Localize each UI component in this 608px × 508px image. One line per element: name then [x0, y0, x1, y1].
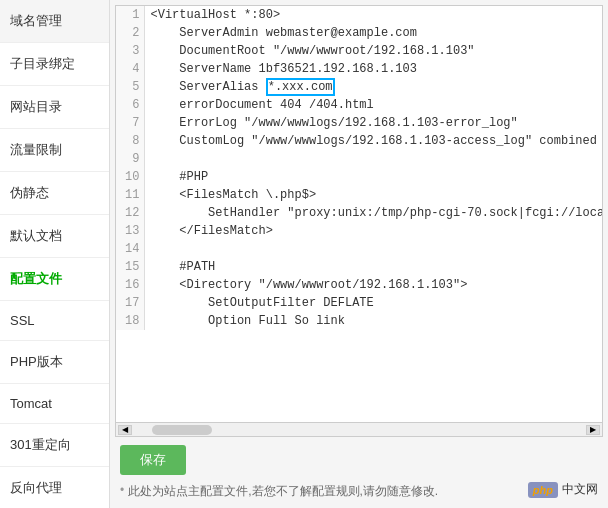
line-number: 12	[116, 204, 144, 222]
save-button[interactable]: 保存	[120, 445, 186, 475]
sidebar-item-subdir[interactable]: 子目录绑定	[0, 43, 109, 86]
table-row: 8 CustomLog "/www/wwwlogs/192.168.1.103-…	[116, 132, 602, 150]
main-content: 1<VirtualHost *:80>2 ServerAdmin webmast…	[110, 0, 608, 508]
table-row: 11 <FilesMatch \.php$>	[116, 186, 602, 204]
line-code: SetOutputFilter DEFLATE	[144, 294, 602, 312]
line-number: 1	[116, 6, 144, 24]
line-code: ErrorLog "/www/wwwlogs/192.168.1.103-err…	[144, 114, 602, 132]
sidebar-item-php-version[interactable]: PHP版本	[0, 341, 109, 384]
line-code	[144, 150, 602, 168]
line-code: ServerName 1bf36521.192.168.1.103	[144, 60, 602, 78]
sidebar-item-config[interactable]: 配置文件	[0, 258, 109, 301]
table-row: 1<VirtualHost *:80>	[116, 6, 602, 24]
line-code: DocumentRoot "/www/wwwroot/192.168.1.103…	[144, 42, 602, 60]
table-row: 14	[116, 240, 602, 258]
note-bullet: •	[120, 483, 124, 497]
line-number: 15	[116, 258, 144, 276]
sidebar: 域名管理 子目录绑定 网站目录 流量限制 伪静态 默认文档 配置文件 SSL P…	[0, 0, 110, 508]
table-row: 16 <Directory "/www/wwwroot/192.168.1.10…	[116, 276, 602, 294]
sidebar-item-ssl[interactable]: SSL	[0, 301, 109, 341]
line-code: <FilesMatch \.php$>	[144, 186, 602, 204]
line-code	[144, 240, 602, 258]
line-code: ServerAdmin webmaster@example.com	[144, 24, 602, 42]
line-number: 4	[116, 60, 144, 78]
table-row: 17 SetOutputFilter DEFLATE	[116, 294, 602, 312]
note: • 此处为站点主配置文件,若您不了解配置规则,请勿随意修改.	[120, 483, 598, 500]
line-code: <Directory "/www/wwwroot/192.168.1.103">	[144, 276, 602, 294]
hscroll-thumb[interactable]	[152, 425, 212, 435]
table-row: 2 ServerAdmin webmaster@example.com	[116, 24, 602, 42]
line-code: Option Full So link	[144, 312, 602, 330]
code-editor: 1<VirtualHost *:80>2 ServerAdmin webmast…	[115, 5, 603, 437]
hscroll-right[interactable]: ▶	[586, 425, 600, 435]
table-row: 13 </FilesMatch>	[116, 222, 602, 240]
line-number: 8	[116, 132, 144, 150]
line-number: 18	[116, 312, 144, 330]
sidebar-item-traffic[interactable]: 流量限制	[0, 129, 109, 172]
table-row: 18 Option Full So link	[116, 312, 602, 330]
table-row: 7 ErrorLog "/www/wwwlogs/192.168.1.103-e…	[116, 114, 602, 132]
table-row: 10 #PHP	[116, 168, 602, 186]
line-code: CustomLog "/www/wwwlogs/192.168.1.103-ac…	[144, 132, 602, 150]
line-code: </FilesMatch>	[144, 222, 602, 240]
sidebar-item-301[interactable]: 301重定向	[0, 424, 109, 467]
line-number: 6	[116, 96, 144, 114]
line-number: 2	[116, 24, 144, 42]
table-row: 6 errorDocument 404 /404.html	[116, 96, 602, 114]
highlighted-value: *.xxx.com	[266, 78, 335, 96]
table-row: 3 DocumentRoot "/www/wwwroot/192.168.1.1…	[116, 42, 602, 60]
line-number: 3	[116, 42, 144, 60]
table-row: 5 ServerAlias *.xxx.com	[116, 78, 602, 96]
line-code: errorDocument 404 /404.html	[144, 96, 602, 114]
sidebar-item-webdir[interactable]: 网站目录	[0, 86, 109, 129]
table-row: 4 ServerName 1bf36521.192.168.1.103	[116, 60, 602, 78]
php-badge: php	[528, 482, 558, 498]
note-text: 此处为站点主配置文件,若您不了解配置规则,请勿随意修改.	[128, 483, 438, 500]
hscroll-left[interactable]: ◀	[118, 425, 132, 435]
sidebar-item-domain[interactable]: 域名管理	[0, 0, 109, 43]
code-table: 1<VirtualHost *:80>2 ServerAdmin webmast…	[116, 6, 602, 330]
horizontal-scrollbar[interactable]: ◀ ▶	[116, 422, 602, 436]
line-code: ServerAlias *.xxx.com	[144, 78, 602, 96]
line-code: #PATH	[144, 258, 602, 276]
line-number: 17	[116, 294, 144, 312]
line-number: 11	[116, 186, 144, 204]
table-row: 12 SetHandler "proxy:unix:/tmp/php-cgi-7…	[116, 204, 602, 222]
line-code: #PHP	[144, 168, 602, 186]
line-number: 13	[116, 222, 144, 240]
footer-logo: php 中文网	[528, 481, 598, 498]
sidebar-item-default-doc[interactable]: 默认文档	[0, 215, 109, 258]
table-row: 15 #PATH	[116, 258, 602, 276]
line-number: 10	[116, 168, 144, 186]
sidebar-item-rewrite[interactable]: 伪静态	[0, 172, 109, 215]
cn-label: 中文网	[562, 481, 598, 498]
line-number: 16	[116, 276, 144, 294]
sidebar-item-tomcat[interactable]: Tomcat	[0, 384, 109, 424]
table-row: 9	[116, 150, 602, 168]
line-code: <VirtualHost *:80>	[144, 6, 602, 24]
code-area[interactable]: 1<VirtualHost *:80>2 ServerAdmin webmast…	[116, 6, 602, 422]
line-number: 5	[116, 78, 144, 96]
line-code: SetHandler "proxy:unix:/tmp/php-cgi-70.s…	[144, 204, 602, 222]
line-number: 9	[116, 150, 144, 168]
sidebar-item-reverse-proxy[interactable]: 反向代理	[0, 467, 109, 508]
line-number: 14	[116, 240, 144, 258]
line-number: 7	[116, 114, 144, 132]
